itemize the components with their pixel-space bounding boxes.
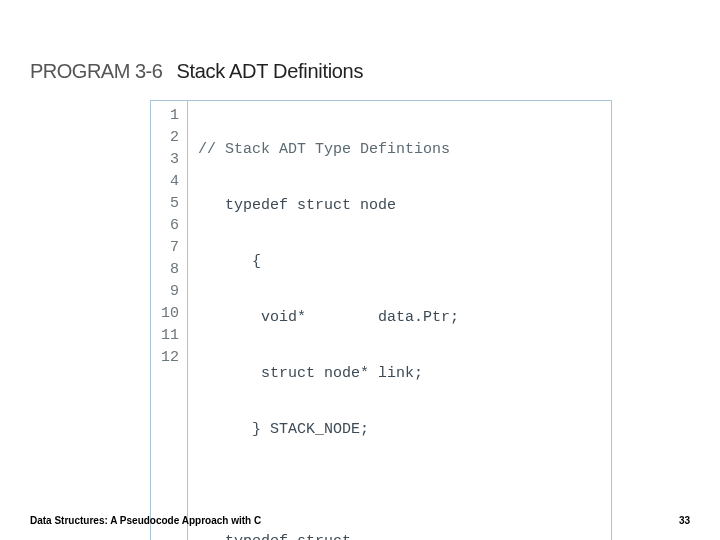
code-listing: 1 2 3 4 5 6 7 8 9 10 11 12 // Stack ADT …	[150, 100, 612, 540]
program-label: PROGRAM 3-6	[30, 60, 162, 82]
footer-page-number: 33	[679, 515, 690, 526]
line-number: 10	[161, 303, 179, 325]
line-number: 7	[161, 237, 179, 259]
slide: PROGRAM 3-6 Stack ADT Definitions 1 2 3 …	[0, 0, 720, 540]
line-number: 9	[161, 281, 179, 303]
program-title: Stack ADT Definitions	[176, 60, 363, 82]
code-line: typedef struct	[198, 531, 459, 540]
line-number: 6	[161, 215, 179, 237]
code-line: // Stack ADT Type Defintions	[198, 139, 459, 161]
code-line: {	[198, 251, 459, 273]
line-number: 1	[161, 105, 179, 127]
program-header: PROGRAM 3-6 Stack ADT Definitions	[30, 60, 363, 83]
line-number: 8	[161, 259, 179, 281]
line-number-gutter: 1 2 3 4 5 6 7 8 9 10 11 12	[151, 101, 188, 540]
line-number: 4	[161, 171, 179, 193]
line-number: 3	[161, 149, 179, 171]
code-line: struct node* link;	[198, 363, 459, 385]
code-line: void* data.Ptr;	[198, 307, 459, 329]
line-number: 12	[161, 347, 179, 369]
footer-book-title: Data Structures: A Pseudocode Approach w…	[30, 515, 261, 526]
code-body: // Stack ADT Type Defintions typedef str…	[188, 101, 467, 540]
slide-footer: Data Structures: A Pseudocode Approach w…	[30, 515, 690, 526]
code-line: } STACK_NODE;	[198, 419, 459, 441]
line-number: 5	[161, 193, 179, 215]
line-number: 11	[161, 325, 179, 347]
code-line	[198, 475, 459, 497]
code-line: typedef struct node	[198, 195, 459, 217]
line-number: 2	[161, 127, 179, 149]
